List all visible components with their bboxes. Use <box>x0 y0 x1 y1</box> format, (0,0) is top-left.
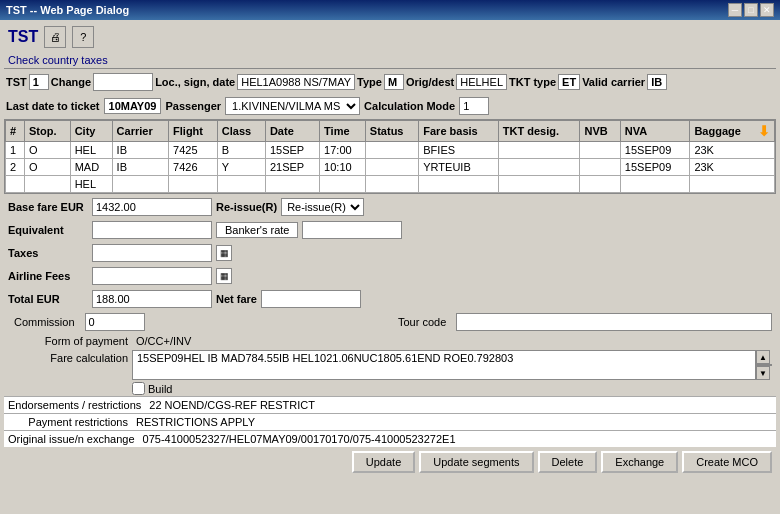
fare-calc-textarea[interactable] <box>132 350 756 380</box>
total-input[interactable] <box>92 290 212 308</box>
cell-city: HEL <box>70 176 112 193</box>
base-fare-input[interactable] <box>92 198 212 216</box>
change-input[interactable] <box>93 73 153 91</box>
build-checkbox-label: Build <box>132 382 172 395</box>
loc-sign-value: HEL1A0988 NS/7MAY <box>237 74 355 90</box>
cell-stop: O <box>24 159 70 176</box>
taxes-input[interactable] <box>92 244 212 262</box>
type-value: M <box>384 74 404 90</box>
net-fare-label: Net fare <box>216 293 257 305</box>
help-icon[interactable]: ? <box>72 26 94 48</box>
delete-button[interactable]: Delete <box>538 451 598 473</box>
cell-time: 10:10 <box>320 159 366 176</box>
scroll-up-btn[interactable]: ▲ <box>756 350 770 364</box>
original-issue-value: 075-4100052327/HEL07MAY09/00170170/075-4… <box>139 432 460 446</box>
col-tkt-desig: TKT desig. <box>498 121 580 142</box>
bottom-section: Base fare EUR Re-issue(R) Re-issue(R) Eq… <box>4 196 776 447</box>
cell-tktDesig <box>498 142 580 159</box>
tour-code-label: Tour code <box>392 315 452 329</box>
taxes-calc-icon[interactable]: ▦ <box>216 245 232 261</box>
update-segments-button[interactable]: Update segments <box>419 451 533 473</box>
baggage-arrow-icon: ⬇ <box>758 123 770 139</box>
form-of-payment-row: Form of payment O/CC+/INV <box>4 333 776 349</box>
tour-code-input[interactable] <box>456 313 772 331</box>
equivalent-label: Equivalent <box>8 224 88 236</box>
airline-fees-input[interactable] <box>92 267 212 285</box>
net-fare-input[interactable] <box>261 290 361 308</box>
build-row: Build <box>4 381 776 396</box>
window-body: TST 🖨 ? Check country taxes TST 1 Change… <box>0 20 780 481</box>
original-issue-row: Original issue/n exchange 075-4100052327… <box>4 431 776 447</box>
minimize-button[interactable]: ─ <box>728 3 742 17</box>
calc-mode-input[interactable] <box>459 97 489 115</box>
table-row: 2OMADIB7426Y21SEP10:10YRTEUIB15SEP0923K <box>6 159 775 176</box>
payment-restrictions-label: Payment restrictions <box>8 416 128 428</box>
cell-flight: 7426 <box>169 159 218 176</box>
col-city: City <box>70 121 112 142</box>
tst-header: TST 🖨 ? <box>4 24 776 50</box>
cell-class <box>217 176 265 193</box>
col-num: # <box>6 121 25 142</box>
title-bar-controls: ─ □ ✕ <box>728 3 774 17</box>
airline-fees-calc-icon[interactable]: ▦ <box>216 268 232 284</box>
tkt-type-value: ET <box>558 74 580 90</box>
cell-tktDesig <box>498 159 580 176</box>
cell-class: B <box>217 142 265 159</box>
endorsements-value: 22 NOEND/CGS-REF RESTRICT <box>145 398 319 412</box>
col-flight: Flight <box>169 121 218 142</box>
cell-num: 1 <box>6 142 25 159</box>
equivalent-input[interactable] <box>92 221 212 239</box>
exchange-button[interactable]: Exchange <box>601 451 678 473</box>
check-taxes-label: Check country taxes <box>8 54 108 66</box>
close-button[interactable]: ✕ <box>760 3 774 17</box>
passenger-select[interactable]: 1.KIVINEN/VILMA MS <box>225 97 360 115</box>
cell-nvb <box>580 142 620 159</box>
col-nva: NVA <box>620 121 690 142</box>
maximize-button[interactable]: □ <box>744 3 758 17</box>
commission-tour-row: Commission Tour code <box>4 311 776 333</box>
bankers-rate-button[interactable]: Banker's rate <box>216 222 298 238</box>
cell-stop <box>24 176 70 193</box>
cell-status <box>365 176 418 193</box>
col-time: Time <box>320 121 366 142</box>
cell-baggage: 23K <box>690 142 775 159</box>
orig-dest-cell: Orig/dest HELHEL <box>406 74 507 90</box>
tkt-type-label: TKT type <box>509 76 556 88</box>
flight-table-container: # Stop. City Carrier Flight Class Date T… <box>4 119 776 194</box>
cell-nvb <box>580 159 620 176</box>
reissue-select[interactable]: Re-issue(R) <box>281 198 364 216</box>
fare-calc-container: ▲ ▼ <box>132 350 772 380</box>
cell-baggage <box>690 176 775 193</box>
cell-city: HEL <box>70 142 112 159</box>
fare-calc-label: Fare calculation <box>8 350 128 364</box>
update-button[interactable]: Update <box>352 451 415 473</box>
cell-date <box>265 176 319 193</box>
commission-input[interactable] <box>85 313 145 331</box>
passenger-label: Passenger <box>165 100 221 112</box>
endorsements-label: Endorsements / restrictions <box>8 399 141 411</box>
tst-cell: TST 1 <box>6 74 49 90</box>
cell-fareBasis: YRTEUIB <box>419 159 498 176</box>
cell-stop: O <box>24 142 70 159</box>
commission-label: Commission <box>8 315 81 329</box>
change-label: Change <box>51 76 91 88</box>
build-label: Build <box>148 383 172 395</box>
tst-title: TST <box>8 28 38 46</box>
cell-fareBasis: BFIES <box>419 142 498 159</box>
tkt-type-cell: TKT type ET <box>509 74 580 90</box>
cell-class: Y <box>217 159 265 176</box>
info-bar: TST 1 Change Loc., sign, date HEL1A0988 … <box>4 71 776 93</box>
printer-icon[interactable]: 🖨 <box>44 26 66 48</box>
endorsements-row: Endorsements / restrictions 22 NOEND/CGS… <box>4 396 776 414</box>
last-date-value: 10MAY09 <box>104 98 162 114</box>
scroll-down-btn[interactable]: ▼ <box>756 366 770 380</box>
check-taxes-bar[interactable]: Check country taxes <box>4 52 776 69</box>
cell-carrier <box>112 176 168 193</box>
col-stop: Stop. <box>24 121 70 142</box>
bankers-rate-input[interactable] <box>302 221 402 239</box>
cell-status <box>365 159 418 176</box>
build-checkbox[interactable] <box>132 382 145 395</box>
fare-calc-scrollbar: ▲ ▼ <box>756 350 772 380</box>
airline-fees-label: Airline Fees <box>8 270 88 282</box>
create-mco-button[interactable]: Create MCO <box>682 451 772 473</box>
